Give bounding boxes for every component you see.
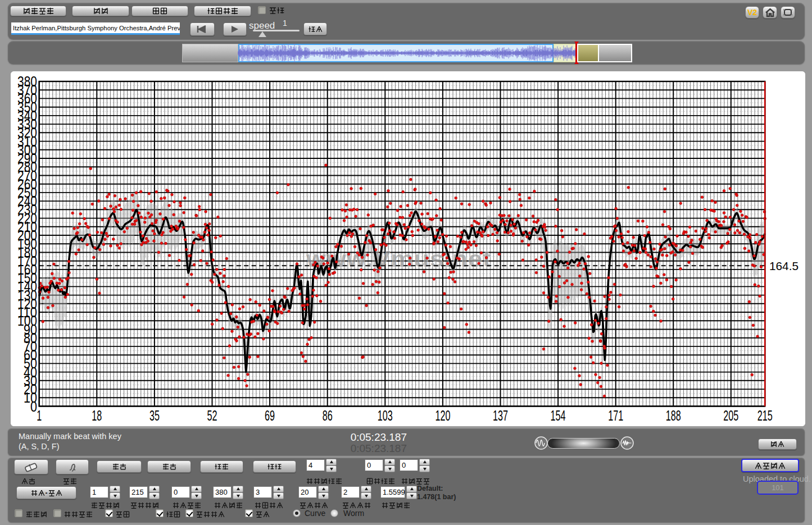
svg-text:1: 1: [37, 407, 42, 424]
svg-text:103: 103: [378, 407, 393, 424]
svg-text:380: 380: [17, 73, 37, 90]
svg-text:120: 120: [435, 407, 450, 424]
svg-text:52: 52: [207, 407, 217, 424]
svg-text:205: 205: [723, 407, 738, 424]
svg-text:18: 18: [92, 407, 102, 424]
svg-text:171: 171: [608, 407, 623, 424]
svg-text:215: 215: [757, 407, 773, 424]
svg-text:86: 86: [323, 407, 333, 424]
svg-text:137: 137: [493, 407, 508, 424]
svg-text:154: 154: [551, 407, 566, 424]
svg-text:69: 69: [265, 407, 275, 424]
svg-text:188: 188: [666, 407, 681, 424]
svg-text:164.5: 164.5: [769, 259, 799, 272]
svg-text:35: 35: [149, 407, 160, 424]
